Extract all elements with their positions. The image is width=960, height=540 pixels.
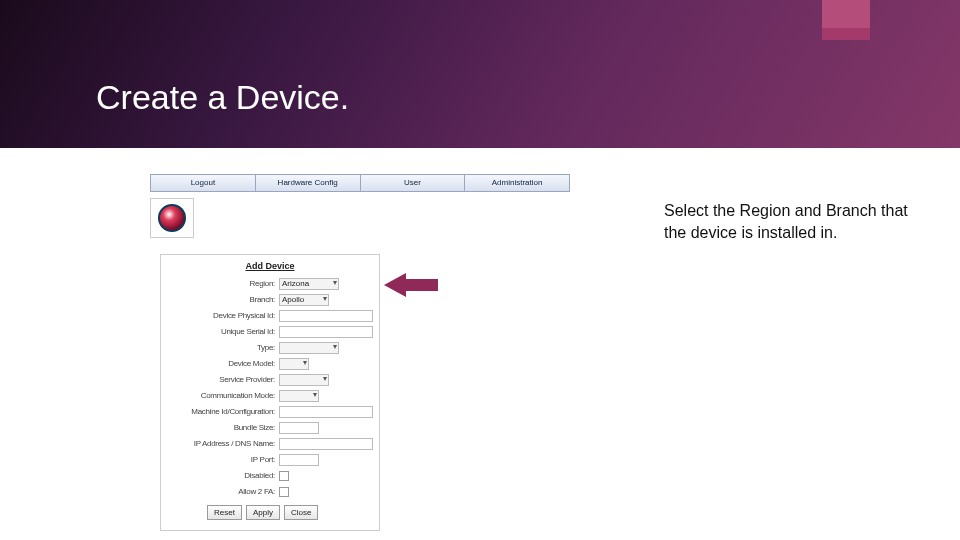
slide-accent-tab-highlight [822, 0, 870, 28]
add-device-form: Add Device Region: Arizona Branch: Apoll… [160, 254, 380, 531]
instruction-text-mid: and [790, 202, 826, 219]
input-device-physical-id[interactable] [279, 310, 373, 322]
apply-button[interactable]: Apply [246, 505, 280, 520]
select-type[interactable] [279, 342, 339, 354]
tab-logout[interactable]: Logout [150, 174, 256, 192]
label-service-provider: Service Provider: [167, 376, 279, 384]
app-tab-row: Logout Hardware Config User Administrati… [150, 174, 570, 192]
instruction-keyword-branch: Branch [826, 202, 877, 219]
instruction-text-pre: Select the [664, 202, 740, 219]
tab-administration[interactable]: Administration [465, 174, 570, 192]
select-service-provider[interactable] [279, 374, 329, 386]
select-branch[interactable]: Apollo [279, 294, 329, 306]
instruction-text: Select the Region and Branch that the de… [664, 200, 934, 243]
close-button[interactable]: Close [284, 505, 318, 520]
label-machine-config: Machine Id/Configuration: [167, 408, 279, 416]
input-ip-dns[interactable] [279, 438, 373, 450]
label-allow-2fa: Allow 2 FA: [167, 488, 279, 496]
pointer-arrow-icon [384, 273, 438, 297]
form-title: Add Device [167, 261, 373, 271]
select-region[interactable]: Arizona [279, 278, 339, 290]
label-device-physical-id: Device Physical Id: [167, 312, 279, 320]
app-screenshot-panel: Logout Hardware Config User Administrati… [150, 174, 570, 192]
select-device-model[interactable] [279, 358, 309, 370]
label-region: Region: [167, 280, 279, 288]
tab-user[interactable]: User [361, 174, 466, 192]
label-ip-dns: IP Address / DNS Name: [167, 440, 279, 448]
input-ip-port[interactable] [279, 454, 319, 466]
slide-title: Create a Device. [96, 78, 349, 117]
form-button-row: Reset Apply Close [167, 505, 373, 520]
label-device-model: Device Model: [167, 360, 279, 368]
checkbox-disabled[interactable] [279, 471, 289, 481]
label-disabled: Disabled: [167, 472, 279, 480]
reset-button[interactable]: Reset [207, 505, 242, 520]
input-unique-serial-id[interactable] [279, 326, 373, 338]
label-ip-port: IP Port: [167, 456, 279, 464]
instruction-keyword-region: Region [740, 202, 791, 219]
label-bundle-size: Bundle Size: [167, 424, 279, 432]
label-type: Type: [167, 344, 279, 352]
tab-hardware-config[interactable]: Hardware Config [256, 174, 361, 192]
label-communication-mode: Communication Mode: [167, 392, 279, 400]
slide-header-band [0, 0, 960, 148]
checkbox-allow-2fa[interactable] [279, 487, 289, 497]
app-logo-icon [158, 204, 186, 232]
input-bundle-size[interactable] [279, 422, 319, 434]
app-logo [150, 198, 194, 238]
select-communication-mode[interactable] [279, 390, 319, 402]
label-branch: Branch: [167, 296, 279, 304]
label-unique-serial-id: Unique Serial Id: [167, 328, 279, 336]
input-machine-config[interactable] [279, 406, 373, 418]
